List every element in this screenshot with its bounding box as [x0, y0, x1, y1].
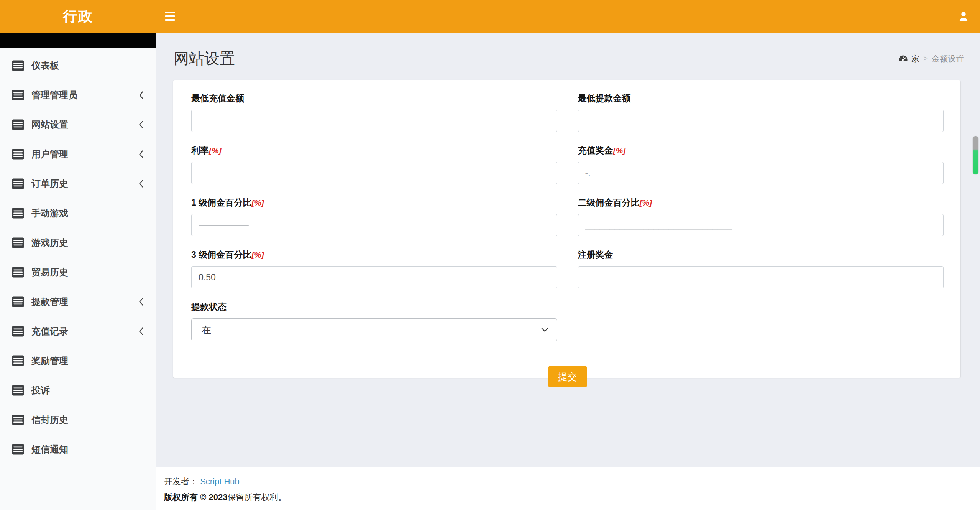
- level2-commission-input[interactable]: [578, 214, 944, 236]
- level1-commission-input[interactable]: [191, 214, 557, 236]
- dashboard-gauge-icon: [898, 54, 908, 63]
- submit-button[interactable]: 提交: [548, 366, 587, 387]
- breadcrumb: 家 > 金额设置: [898, 53, 964, 64]
- field-label: 注册奖金: [578, 250, 613, 260]
- field-label: 1 级佣金百分比: [191, 197, 251, 207]
- breadcrumb-home-link[interactable]: 家: [898, 53, 919, 64]
- user-icon: [959, 11, 969, 22]
- field-label: 最低充值金额: [191, 93, 244, 103]
- field-register-bonus: 注册奖金: [578, 249, 944, 288]
- copyright-rest: 保留所有权利。: [227, 492, 286, 502]
- chevron-left-icon: [138, 150, 144, 158]
- field-min-recharge: 最低充值金额: [191, 92, 557, 132]
- panel-icon: [11, 385, 25, 396]
- sidebar-item-order-history[interactable]: 订单历史: [0, 169, 156, 198]
- scrollbar-thumb[interactable]: [973, 136, 978, 174]
- developer-label: 开发者：: [164, 477, 198, 486]
- sidebar-item-sms-notifications[interactable]: 短信通知: [0, 434, 156, 464]
- field-suffix: [%]: [251, 250, 264, 259]
- top-navbar: 行政: [0, 0, 980, 33]
- panel-icon: [11, 326, 25, 337]
- level3-commission-input[interactable]: [191, 266, 557, 288]
- field-recharge-bonus: 充值奖金[%]: [578, 145, 944, 184]
- min-withdraw-amount-input[interactable]: [578, 110, 944, 132]
- sidebar-item-recharge-records[interactable]: 充值记录: [0, 316, 156, 346]
- sidebar-item-reward-management[interactable]: 奖励管理: [0, 346, 156, 375]
- sidebar-item-dashboard[interactable]: 仪表板: [0, 51, 156, 80]
- panel-icon: [11, 89, 25, 101]
- sidebar-item-game-history[interactable]: 游戏历史: [0, 228, 156, 257]
- field-level3-commission: 3 级佣金百分比[%]: [191, 249, 557, 288]
- sidebar-header-strip: [0, 33, 156, 48]
- sidebar-item-user-management[interactable]: 用户管理: [0, 139, 156, 169]
- panel-icon: [11, 178, 25, 189]
- panel-icon: [11, 60, 25, 71]
- chevron-down-icon: [541, 327, 548, 332]
- chevron-left-icon: [138, 120, 144, 129]
- sidebar: 仪表板 管理管理员 网站设置 用户管理 订单历史 手动游戏 游戏历史 贸易历史 …: [0, 48, 156, 510]
- chevron-left-icon: [138, 91, 144, 99]
- sidebar-item-trade-history[interactable]: 贸易历史: [0, 257, 156, 287]
- withdraw-status-select[interactable]: 在: [191, 318, 557, 341]
- sidebar-item-withdraw-management[interactable]: 提款管理: [0, 287, 156, 316]
- page-title: 网站设置: [174, 48, 235, 69]
- panel-icon: [11, 237, 25, 248]
- field-suffix: [%]: [613, 146, 626, 155]
- panel-icon: [11, 119, 25, 130]
- panel-icon: [11, 414, 25, 426]
- field-level1-commission: 1 级佣金百分比[%]: [191, 197, 557, 236]
- brand-title: 行政: [63, 7, 94, 26]
- field-level2-commission: 二级佣金百分比[%]: [578, 197, 944, 236]
- min-recharge-amount-input[interactable]: [191, 110, 557, 132]
- sidebar-item-envelope-history[interactable]: 信封历史: [0, 405, 156, 434]
- panel-icon: [11, 444, 25, 455]
- sidebar-item-manual-game[interactable]: 手动游戏: [0, 198, 156, 228]
- field-min-withdraw: 最低提款金额: [578, 92, 944, 132]
- field-label: 提款状态: [191, 302, 227, 312]
- breadcrumb-separator: >: [923, 54, 928, 63]
- register-bonus-input[interactable]: [578, 266, 944, 288]
- main-content: 网站设置 家 > 金额设置 最低充值金额 最低提款金额: [156, 33, 980, 467]
- hamburger-menu-icon[interactable]: [161, 0, 179, 33]
- field-label: 3 级佣金百分比: [191, 250, 251, 260]
- panel-icon: [11, 355, 25, 367]
- field-suffix: [%]: [251, 198, 264, 207]
- developer-link[interactable]: Script Hub: [200, 477, 240, 486]
- panel-icon: [11, 267, 25, 278]
- sidebar-item-complaints[interactable]: 投诉: [0, 375, 156, 405]
- chevron-left-icon: [138, 327, 144, 336]
- field-interest-rate: 利率[%]: [191, 145, 557, 184]
- field-withdraw-status: 提款状态 在: [191, 301, 557, 341]
- breadcrumb-current: 金额设置: [932, 53, 964, 64]
- recharge-bonus-input[interactable]: [578, 162, 944, 184]
- copyright-bold: 版权所有 © 2023: [164, 492, 227, 502]
- interest-rate-input[interactable]: [191, 162, 557, 184]
- field-label: 最低提款金额: [578, 93, 631, 103]
- field-suffix: [%]: [209, 146, 222, 155]
- user-menu-button[interactable]: [955, 0, 972, 33]
- field-label: 二级佣金百分比: [578, 197, 640, 207]
- settings-card: 最低充值金额 最低提款金额 利率[%] 充值奖金[%] 1 级佣金百分比[%] …: [173, 80, 960, 378]
- field-label: 利率: [191, 145, 209, 155]
- panel-icon: [11, 148, 25, 160]
- panel-icon: [11, 296, 25, 308]
- sidebar-item-admin-management[interactable]: 管理管理员: [0, 80, 156, 110]
- withdraw-status-value: 在: [202, 324, 211, 336]
- footer: 开发者： Script Hub 版权所有 © 2023保留所有权利。: [156, 467, 980, 510]
- field-suffix: [%]: [640, 198, 652, 207]
- panel-icon: [11, 207, 25, 219]
- field-label: 充值奖金: [578, 145, 613, 155]
- sidebar-item-site-settings[interactable]: 网站设置: [0, 110, 156, 139]
- empty-cell: [578, 301, 944, 341]
- chevron-left-icon: [138, 298, 144, 306]
- brand-area[interactable]: 行政: [0, 0, 156, 33]
- chevron-left-icon: [138, 179, 144, 188]
